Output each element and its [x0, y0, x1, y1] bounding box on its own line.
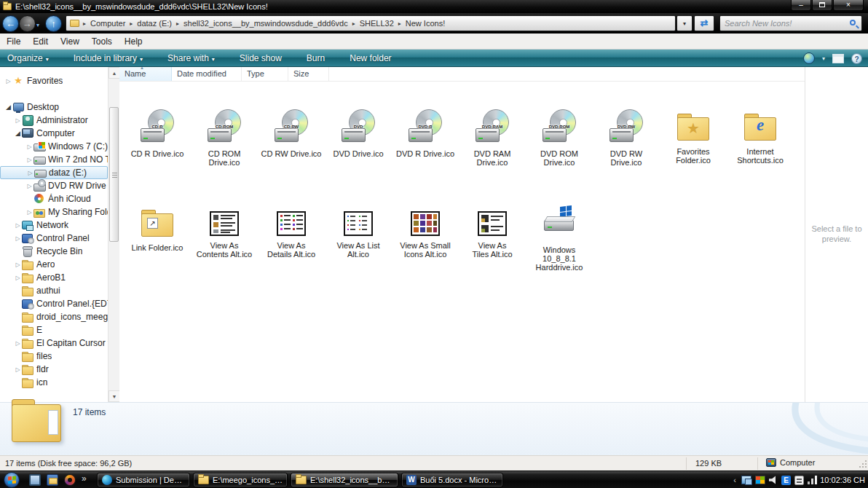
sidebar-item-authui[interactable]: authui: [0, 284, 108, 297]
menu-help[interactable]: Help: [125, 36, 143, 47]
column-header-date-modified[interactable]: Date modified: [172, 67, 242, 81]
column-header-type[interactable]: Type: [242, 67, 288, 81]
file-item-dvd-drive[interactable]: DVD DVD Drive.ico: [325, 109, 392, 167]
expand-arrow-icon[interactable]: ▷: [25, 157, 33, 163]
sidebar-item-win7-2nd[interactable]: ▷Win 7 2nd NO TR: [0, 153, 108, 166]
taskbar-button-shell32-icons[interactable]: E:\shell32_icons__by_...: [291, 473, 398, 487]
app-ring-icon[interactable]: [64, 474, 76, 486]
back-button[interactable]: ←: [2, 15, 19, 32]
preview-pane-button[interactable]: [832, 54, 844, 63]
menu-tools[interactable]: Tools: [92, 36, 112, 47]
help-button[interactable]: ?: [851, 53, 862, 64]
sidebar-item-favorites[interactable]: ▷★Favorites: [0, 74, 108, 87]
expand-arrow-icon[interactable]: ▷: [14, 366, 22, 373]
taskbar-button-meego-icons[interactable]: E:\meego_icons_by_...: [193, 473, 288, 487]
sidebar-item-icn[interactable]: icn: [0, 376, 108, 389]
expand-arrow-icon[interactable]: ▷: [14, 235, 22, 242]
tree-scrollbar[interactable]: ▲ ▼: [108, 67, 119, 402]
sidebar-item-fldr[interactable]: ▷fldr: [0, 363, 108, 376]
breadcrumb-dataz[interactable]: dataz (E:): [133, 19, 175, 28]
expand-arrow-icon[interactable]: ▷: [14, 275, 22, 281]
sidebar-item-recycle-bin[interactable]: Recycle Bin: [0, 245, 108, 258]
taskbar-button-deviantart[interactable]: Submission | Deviant...: [97, 473, 190, 487]
sidebar-item-network[interactable]: ▷Network: [0, 219, 108, 232]
expand-arrow-icon[interactable]: ▷: [25, 209, 33, 216]
scroll-down-icon[interactable]: ▼: [108, 390, 120, 402]
file-item-view-as-details[interactable]: View As Details Alt.ico: [258, 205, 325, 272]
sidebar-item-desktop[interactable]: ◢Desktop: [0, 101, 108, 114]
scroll-up-icon[interactable]: ▲: [108, 67, 120, 79]
input-indicator-icon[interactable]: [794, 476, 804, 485]
collapse-arrow-icon[interactable]: ◢: [4, 103, 12, 111]
breadcrumb-computer[interactable]: Computer: [87, 19, 129, 28]
new-folder-button[interactable]: New folder: [342, 50, 398, 66]
title-bar[interactable]: E:\shell32_icons__by_mswindowsdude_ddd6v…: [0, 0, 868, 13]
file-item-dvd-rom-drive[interactable]: DVD-ROM DVD ROM Drive.ico: [526, 109, 593, 167]
include-in-library-button[interactable]: Include in library▾: [66, 50, 150, 66]
expand-arrow-icon[interactable]: ▷: [4, 78, 12, 84]
action-center-icon[interactable]: [755, 476, 765, 484]
file-item-dvd-ram-drive[interactable]: DVD-RAM DVD RAM Drive.ico: [459, 109, 526, 167]
file-item-view-as-tiles[interactable]: View As Tiles Alt.ico: [459, 205, 526, 272]
resize-grip[interactable]: [858, 460, 867, 469]
scrollbar-thumb[interactable]: [109, 107, 119, 242]
file-item-cd-r-drive[interactable]: CD-R CD R Drive.ico: [124, 109, 191, 167]
sidebar-item-dataz-e[interactable]: ▷dataz (E:): [0, 166, 108, 179]
forward-button[interactable]: ←: [19, 15, 36, 32]
expand-arrow-icon[interactable]: ▷: [14, 117, 22, 124]
sidebar-item-my-sharing-folders[interactable]: ▷My Sharing Folde: [0, 205, 108, 219]
address-dropdown-button[interactable]: ▾: [676, 15, 693, 31]
refresh-button[interactable]: ⇄: [694, 15, 714, 31]
maximize-button[interactable]: [812, 0, 832, 11]
sidebar-item-aero[interactable]: ▷Aero: [0, 258, 108, 271]
sidebar-item-e[interactable]: E: [0, 323, 108, 337]
sidebar-item-files[interactable]: files: [0, 350, 108, 363]
slide-show-button[interactable]: Slide show: [232, 50, 289, 66]
change-view-dropdown[interactable]: ▾: [822, 55, 825, 62]
hidden-icons-chevron[interactable]: ‹: [732, 476, 738, 484]
expand-arrow-icon[interactable]: ▷: [14, 222, 22, 229]
sidebar-item-control-panel[interactable]: ▷Control Panel: [0, 232, 108, 245]
column-header-size[interactable]: Size: [288, 67, 329, 81]
organize-button[interactable]: Organize▾: [0, 50, 56, 66]
sidebar-item-computer[interactable]: ◢Computer: [0, 127, 108, 140]
expand-arrow-icon[interactable]: ▷: [25, 143, 33, 150]
file-item-dvd-rw-drive[interactable]: DVD-RW DVD RW Drive.ico: [593, 109, 660, 167]
breadcrumb-shell32-icons[interactable]: shell32_icons__by_mswindowsdude_ddd6vdc: [180, 19, 352, 28]
recent-pages-dropdown[interactable]: ▾: [36, 22, 39, 28]
expand-arrow-icon[interactable]: ▷: [26, 170, 34, 176]
file-item-cd-rom-drive[interactable]: CD-ROM CD ROM Drive.ico: [191, 109, 258, 167]
file-item-internet-shortcuts[interactable]: e Internet Shortcuts.ico: [727, 109, 794, 167]
file-item-favorites-folder[interactable]: ★ Favorites Folder.ico: [660, 109, 727, 167]
menu-view[interactable]: View: [60, 36, 79, 47]
close-button[interactable]: ×: [833, 0, 864, 11]
up-button[interactable]: ↑: [45, 15, 62, 32]
change-view-icon[interactable]: [803, 52, 815, 64]
file-item-windows-harddrive[interactable]: Windows 10_8_8.1 Harddrive.ico: [526, 205, 593, 272]
file-item-dvd-r-drive[interactable]: DVD-R DVD R Drive.ico: [392, 109, 459, 167]
show-desktop-icon[interactable]: [29, 474, 41, 486]
volume-icon[interactable]: [769, 476, 778, 484]
sidebar-item-control-panel-guid[interactable]: Control Panel.{ED7B: [0, 297, 108, 310]
sidebar-item-aerob1[interactable]: ▷AeroB1: [0, 271, 108, 284]
expand-arrow-icon[interactable]: ▷: [14, 261, 22, 268]
sidebar-item-administrator[interactable]: ▷Administrator: [0, 114, 108, 127]
column-header-name[interactable]: ▲Name: [119, 67, 172, 81]
breadcrumb-shell32[interactable]: SHELL32: [356, 19, 398, 28]
start-button[interactable]: [4, 472, 20, 488]
signal-bars-icon[interactable]: [808, 476, 817, 484]
file-item-view-as-list[interactable]: View As List Alt.ico: [325, 205, 392, 272]
share-with-button[interactable]: Share with▾: [160, 50, 222, 66]
sidebar-item-anh-icloud[interactable]: Ánh iCloud: [0, 192, 108, 205]
breadcrumb-new-icons[interactable]: New Icons!: [402, 19, 449, 28]
quicklaunch-overflow-icon[interactable]: »: [82, 473, 87, 484]
sidebar-item-el-capitan-cursor[interactable]: ▷El Capitan Cursor for: [0, 337, 108, 350]
sidebar-item-droid-icons-meego[interactable]: droid_icons_meego_: [0, 310, 108, 323]
search-input[interactable]: [725, 17, 844, 30]
menu-file[interactable]: File: [7, 36, 20, 47]
file-item-cd-rw-drive[interactable]: CD-RW CD RW Drive.ico: [258, 109, 325, 167]
sidebar-item-dvd-rw-drive[interactable]: ▷DVD RW Drive (F: [0, 179, 108, 192]
file-item-link-folder[interactable]: ↗ Link Folder.ico: [124, 205, 191, 272]
expand-arrow-icon[interactable]: ▷: [25, 183, 33, 189]
burn-button[interactable]: Burn: [299, 50, 332, 66]
